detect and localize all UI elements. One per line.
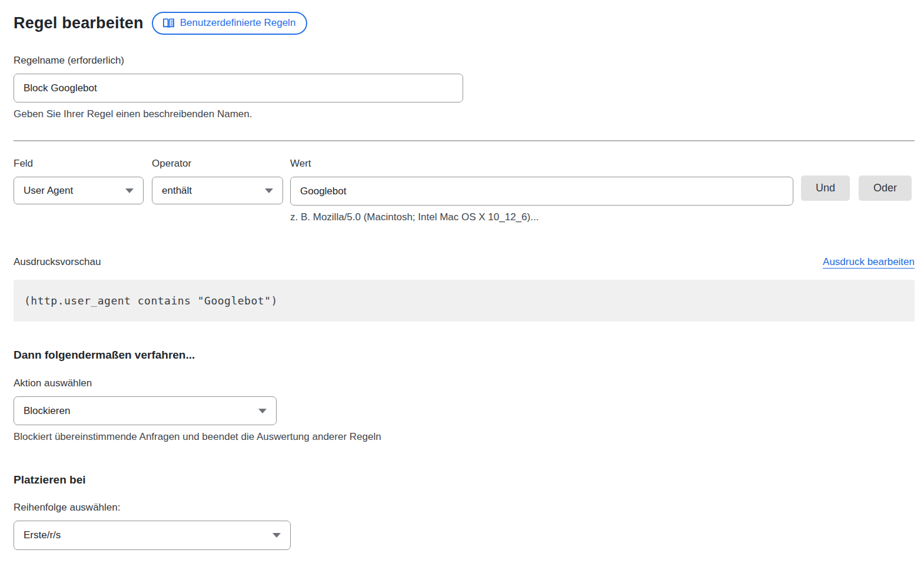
rule-name-label: Regelname (erforderlich) bbox=[14, 55, 915, 67]
page-title: Regel bearbeiten bbox=[14, 14, 144, 32]
logic-buttons: Und Oder bbox=[801, 158, 912, 201]
page-header: Regel bearbeiten Benutzerdefinierte Rege… bbox=[14, 12, 915, 35]
operator-select-value: enthält bbox=[162, 185, 192, 197]
expression-section: Ausdrucksvorschau Ausdruck bearbeiten (h… bbox=[14, 256, 915, 322]
chevron-down-icon bbox=[272, 533, 281, 538]
action-help: Blockiert übereinstimmende Anfragen und … bbox=[14, 431, 915, 443]
value-input[interactable] bbox=[290, 177, 793, 206]
condition-section: Feld User Agent Operator enthält Wert z.… bbox=[14, 158, 915, 223]
expression-code: (http.user_agent contains "Googlebot") bbox=[24, 294, 278, 307]
order-select-value: Erste/r/s bbox=[24, 529, 61, 541]
value-label: Wert bbox=[290, 158, 793, 170]
and-button[interactable]: Und bbox=[801, 175, 850, 201]
custom-rules-docs-badge-label: Benutzerdefinierte Regeln bbox=[180, 17, 296, 29]
expression-preview-label: Ausdrucksvorschau bbox=[14, 256, 101, 268]
chevron-down-icon bbox=[258, 409, 267, 413]
expression-preview-box: (http.user_agent contains "Googlebot") bbox=[14, 280, 915, 322]
operator-select[interactable]: enthält bbox=[152, 177, 283, 204]
chevron-down-icon bbox=[125, 188, 134, 193]
rule-name-input[interactable] bbox=[14, 74, 463, 102]
action-heading: Dann folgendermaßen verfahren... bbox=[14, 349, 915, 362]
open-book-icon bbox=[162, 18, 175, 29]
field-label: Feld bbox=[14, 158, 144, 170]
field-select-value: User Agent bbox=[24, 185, 73, 197]
operator-column: Operator enthält bbox=[152, 158, 283, 204]
placement-label: Reihenfolge auswählen: bbox=[14, 502, 915, 514]
action-section: Dann folgendermaßen verfahren... Aktion … bbox=[14, 349, 915, 443]
placement-heading: Platzieren bei bbox=[14, 473, 915, 486]
edit-rule-page: Regel bearbeiten Benutzerdefinierte Rege… bbox=[0, 0, 924, 550]
edit-expression-link[interactable]: Ausdruck bearbeiten bbox=[823, 256, 915, 268]
action-label: Aktion auswählen bbox=[14, 377, 915, 389]
rule-name-section: Regelname (erforderlich) Geben Sie Ihrer… bbox=[14, 55, 915, 120]
section-divider bbox=[14, 140, 915, 141]
placement-section: Platzieren bei Reihenfolge auswählen: Er… bbox=[14, 473, 915, 550]
or-button[interactable]: Oder bbox=[859, 175, 912, 201]
rule-name-help: Geben Sie Ihrer Regel einen beschreibend… bbox=[14, 108, 915, 120]
action-select[interactable]: Blockieren bbox=[14, 396, 277, 425]
operator-label: Operator bbox=[152, 158, 283, 170]
order-select[interactable]: Erste/r/s bbox=[14, 521, 291, 550]
field-column: Feld User Agent bbox=[14, 158, 144, 204]
action-select-value: Blockieren bbox=[24, 405, 70, 417]
value-help: z. B. Mozilla/5.0 (Macintosh; Intel Mac … bbox=[290, 211, 793, 223]
field-select[interactable]: User Agent bbox=[14, 177, 144, 204]
chevron-down-icon bbox=[265, 188, 273, 193]
custom-rules-docs-badge[interactable]: Benutzerdefinierte Regeln bbox=[152, 12, 308, 35]
value-column: Wert z. B. Mozilla/5.0 (Macintosh; Intel… bbox=[290, 158, 793, 223]
